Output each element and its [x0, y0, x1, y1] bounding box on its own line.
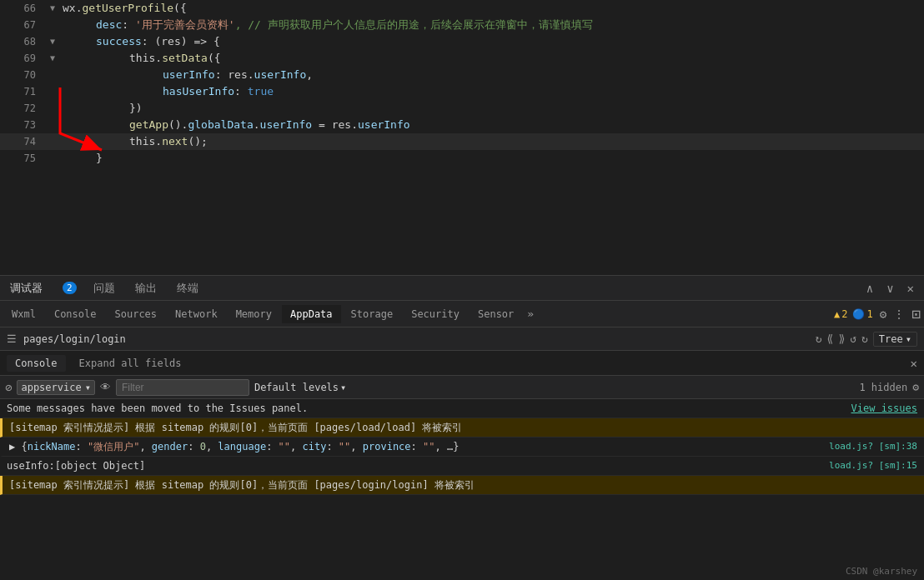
redo-icon[interactable]: ↻	[861, 332, 868, 345]
path-bar: ☰ pages/login/login ↻ ⟪ ⟫ ↺ ↻ Tree ▾	[0, 328, 924, 351]
console-message-2: [sitemap 索引情况提示] 根据 sitemap 的规则[0]，当前页面 …	[0, 418, 924, 438]
tab-appdata[interactable]: AppData	[282, 305, 341, 323]
devtools-panel: 调试器 2 问题 输出 终端 ∧ ∨ ✕ Wxml Console Source…	[0, 275, 924, 580]
code-line-67: 67 desc: '用于完善会员资料', // 声明获取用户个人信息后的用途，后…	[0, 17, 924, 33]
view-issues-link[interactable]: View issues	[851, 401, 917, 416]
line-content: userInfo: res.userInfo,	[59, 67, 924, 83]
tab-security[interactable]: Security	[403, 305, 468, 323]
message-text: useInfo:[object Object]	[7, 458, 822, 473]
line-content: getApp().globalData.userInfo = res.userI…	[59, 117, 924, 133]
eye-icon[interactable]: 👁	[100, 381, 111, 393]
code-line-66: 66 ▼ wx.getUserProfile({	[0, 0, 924, 17]
service-select[interactable]: appservice ▾	[17, 380, 94, 395]
console-filter-bar: ⊘ appservice ▾ 👁 Default levels ▾ 1 hidd…	[0, 376, 924, 399]
warning-badge: ▲ 2 🔵 1	[834, 308, 873, 320]
console-message-1: Some messages have been moved to the Iss…	[0, 399, 924, 418]
path-controls: ↻ ⟪ ⟫ ↺ ↻ Tree ▾	[816, 332, 917, 347]
toggle-panel-icon[interactable]: ☰	[7, 332, 17, 345]
tab-sensor[interactable]: Sensor	[470, 305, 522, 323]
expand-all-icon[interactable]: ⟫	[838, 332, 845, 345]
toolbar-right: ▲ 2 🔵 1 ⚙ ⋮ ⊡	[834, 305, 921, 322]
warning-count: 2	[841, 308, 847, 320]
line-number: 66	[0, 0, 46, 17]
message-text: ▶ {nickName: "微信用户", gender: 0, language…	[9, 439, 822, 454]
line-content: this.setData({	[59, 50, 924, 67]
code-line-68: 68 ▼ success: (res) => {	[0, 33, 924, 50]
close-console-button[interactable]: ✕	[911, 357, 917, 370]
output-tab[interactable]: 输出	[132, 276, 160, 300]
tab-sources[interactable]: Sources	[106, 305, 165, 323]
service-label: appservice	[21, 382, 81, 393]
terminal-tab[interactable]: 终端	[173, 276, 202, 300]
devtools-toolbar: Wxml Console Sources Network Memory AppD…	[0, 301, 924, 328]
devtools-titlebar: 调试器 2 问题 输出 终端 ∧ ∨ ✕	[0, 276, 924, 301]
code-line-75: 75 }	[0, 150, 924, 167]
message-link[interactable]: load.js? [sm]:15	[829, 458, 917, 473]
expand-fields-label: Expand all fields	[79, 358, 182, 369]
expand-icon[interactable]: ⟪	[827, 332, 834, 345]
collapse-up-icon[interactable]: ∧	[863, 280, 876, 297]
console-message-3: ▶ {nickName: "微信用户", gender: 0, language…	[0, 438, 924, 457]
settings-icon[interactable]: ⚙	[880, 308, 886, 321]
message-text: [sitemap 索引情况提示] 根据 sitemap 的规则[0]，当前页面 …	[9, 420, 917, 435]
hidden-count: 1 hidden	[859, 382, 907, 393]
console-settings-icon[interactable]: ⚙	[912, 381, 919, 393]
console-output[interactable]: Some messages have been moved to the Iss…	[0, 399, 924, 580]
code-line-73: 73 getApp().globalData.userInfo = res.us…	[0, 117, 924, 133]
chevron-down-icon: ▾	[85, 382, 91, 393]
message-text: Some messages have been moved to the Iss…	[7, 401, 851, 416]
expand-triangle[interactable]: ▶	[9, 441, 21, 452]
watermark: CSDN @karshey	[846, 566, 917, 577]
tab-network[interactable]: Network	[167, 305, 226, 323]
line-toggle: ▼	[46, 33, 59, 50]
console-message-5: [sitemap 索引情况提示] 根据 sitemap 的规则[0]，当前页面 …	[0, 476, 924, 495]
line-number: 70	[0, 67, 46, 83]
line-toggle: ▼	[46, 0, 59, 17]
levels-label: Default levels	[254, 382, 339, 393]
issues-tab[interactable]: 问题	[90, 276, 118, 300]
current-path: pages/login/login	[23, 333, 126, 345]
dock-icon[interactable]: ⊡	[911, 305, 921, 322]
more-tabs-button[interactable]: »	[524, 308, 537, 320]
line-number: 67	[0, 17, 46, 33]
code-line-70: 70 userInfo: res.userInfo,	[0, 67, 924, 83]
stop-icon[interactable]: ⊘	[5, 381, 12, 394]
line-number: 74	[0, 133, 46, 150]
undo-icon[interactable]: ↺	[850, 332, 856, 345]
line-content: })	[59, 100, 924, 117]
filter-input[interactable]	[116, 379, 249, 396]
default-levels-dropdown[interactable]: Default levels ▾	[254, 382, 346, 393]
refresh-icon[interactable]: ↻	[816, 332, 822, 345]
debugger-badge: 2	[63, 282, 77, 294]
code-line-69: 69 ▼ this.setData({	[0, 50, 924, 67]
tab-wxml[interactable]: Wxml	[3, 305, 44, 323]
tree-dropdown[interactable]: Tree ▾	[873, 332, 917, 347]
chevron-down-icon: ▾	[906, 333, 911, 345]
console-message-4: useInfo:[object Object] load.js? [sm]:15	[0, 457, 924, 476]
line-content: hasUserInfo: true	[59, 83, 924, 100]
tab-console[interactable]: Console	[46, 305, 105, 323]
tab-memory[interactable]: Memory	[228, 305, 280, 323]
line-content: wx.getUserProfile({	[59, 0, 924, 17]
line-number: 71	[0, 83, 46, 100]
more-vert-icon[interactable]: ⋮	[893, 308, 905, 321]
tree-label: Tree	[879, 333, 903, 345]
close-icon[interactable]: ✕	[904, 280, 917, 297]
line-number: 69	[0, 50, 46, 67]
line-number: 72	[0, 100, 46, 117]
tab-storage[interactable]: Storage	[343, 305, 402, 323]
line-content: }	[59, 150, 924, 167]
error-count: 1	[866, 308, 872, 320]
code-editor: 66 ▼ wx.getUserProfile({ 67 desc: '用于完善会…	[0, 0, 924, 275]
message-link[interactable]: load.js? [sm]:38	[829, 439, 917, 454]
line-content: desc: '用于完善会员资料', // 声明获取用户个人信息后的用途，后续会展…	[59, 17, 924, 33]
line-number: 73	[0, 117, 46, 133]
message-text: [sitemap 索引情况提示] 根据 sitemap 的规则[0]，当前页面 …	[9, 478, 917, 492]
collapse-down-icon[interactable]: ∨	[883, 280, 896, 297]
line-content: this.next();	[59, 133, 924, 150]
console-tab[interactable]: Console	[7, 355, 66, 372]
line-content: success: (res) => {	[59, 33, 924, 50]
devtools-controls: ∧ ∨ ✕	[863, 280, 917, 297]
debugger-tab[interactable]: 调试器	[7, 276, 46, 300]
console-header: Console Expand all fields ✕	[0, 351, 924, 376]
